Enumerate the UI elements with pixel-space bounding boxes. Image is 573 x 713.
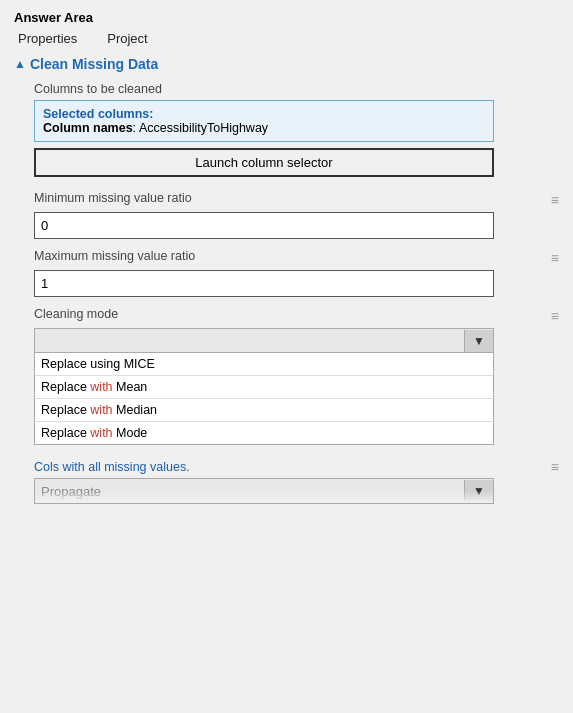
minimum-missing-label-row: Minimum missing value ratio ≡ <box>34 191 559 209</box>
cleaning-mode-dropdown[interactable]: ▼ <box>34 328 494 353</box>
cols-missing-label-row: Cols with all missing values. ≡ <box>34 459 559 475</box>
cols-missing-arrow-button[interactable]: ▼ <box>464 480 493 502</box>
cleaning-mode-field: Cleaning mode ≡ ▼ Replace using MICE Rep… <box>34 307 559 445</box>
cleaning-mode-arrow-button[interactable]: ▼ <box>464 330 493 352</box>
maximum-missing-field: Maximum missing value ratio ≡ <box>34 249 559 297</box>
cleaning-mode-option-median[interactable]: Replace with Median <box>35 399 493 422</box>
form-area: Columns to be cleaned Selected columns: … <box>14 82 559 504</box>
minimum-missing-input[interactable] <box>34 212 494 239</box>
cleaning-mode-option-mean[interactable]: Replace with Mean <box>35 376 493 399</box>
column-names-value: AccessibilityToHighway <box>139 121 268 135</box>
tab-bar: Properties Project <box>14 31 559 48</box>
maximum-missing-input[interactable] <box>34 270 494 297</box>
selected-columns-box: Selected columns: Column names: Accessib… <box>34 100 494 142</box>
minimum-missing-field: Minimum missing value ratio ≡ <box>34 191 559 239</box>
cols-missing-field: Cols with all missing values. ≡ ▼ <box>34 459 559 504</box>
cleaning-mode-drag-icon[interactable]: ≡ <box>551 308 559 324</box>
section-collapse-icon[interactable]: ▲ <box>14 57 26 71</box>
minimum-missing-label: Minimum missing value ratio <box>34 191 192 205</box>
selected-columns-value: Column names: AccessibilityToHighway <box>43 121 485 135</box>
columns-field: Columns to be cleaned Selected columns: … <box>34 82 559 177</box>
answer-area-label: Answer Area <box>14 10 559 25</box>
maximum-missing-label: Maximum missing value ratio <box>34 249 195 263</box>
launch-column-selector-button[interactable]: Launch column selector <box>34 148 494 177</box>
section-title: Clean Missing Data <box>30 56 158 72</box>
maximum-missing-label-row: Maximum missing value ratio ≡ <box>34 249 559 267</box>
cleaning-mode-option-mice[interactable]: Replace using MICE <box>35 353 493 376</box>
cols-missing-drag-icon[interactable]: ≡ <box>551 459 559 475</box>
column-names-key: Column names <box>43 121 133 135</box>
maximum-drag-icon[interactable]: ≡ <box>551 250 559 266</box>
section-header: ▲ Clean Missing Data <box>14 56 559 72</box>
tab-project[interactable]: Project <box>107 31 147 48</box>
answer-area: Answer Area Properties Project ▲ Clean M… <box>0 0 573 528</box>
cols-missing-label: Cols with all missing values. <box>34 460 190 474</box>
tab-properties[interactable]: Properties <box>18 31 77 48</box>
cleaning-mode-option-mode[interactable]: Replace with Mode <box>35 422 493 444</box>
cleaning-mode-dropdown-list: Replace using MICE Replace with Mean Rep… <box>34 353 494 445</box>
cleaning-mode-input[interactable] <box>35 329 464 352</box>
columns-label: Columns to be cleaned <box>34 82 559 96</box>
selected-columns-header: Selected columns: <box>43 107 485 121</box>
minimum-drag-icon[interactable]: ≡ <box>551 192 559 208</box>
cols-missing-input[interactable] <box>35 480 464 503</box>
cols-missing-dropdown[interactable]: ▼ <box>34 478 494 504</box>
cleaning-mode-label: Cleaning mode <box>34 307 118 321</box>
cleaning-mode-label-row: Cleaning mode ≡ <box>34 307 559 325</box>
